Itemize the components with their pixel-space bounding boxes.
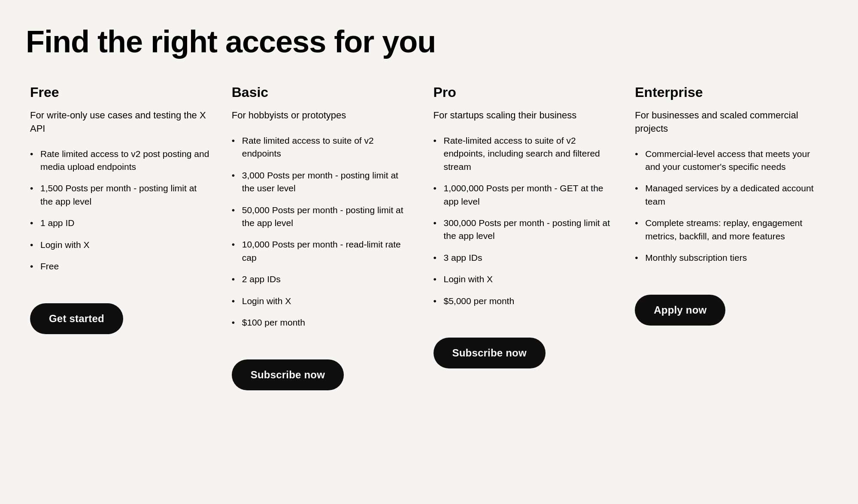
list-item: 1 app ID	[30, 217, 210, 229]
plan-description-free: For write-only use cases and testing the…	[30, 109, 210, 136]
plan-features-enterprise: Commercial-level access that meets your …	[635, 148, 815, 273]
plan-column-free: FreeFor write-only use cases and testing…	[26, 84, 227, 351]
list-item: Rate-limited access to suite of v2 endpo…	[434, 134, 614, 173]
plan-name-basic: Basic	[232, 84, 412, 100]
plan-name-free: Free	[30, 84, 210, 100]
list-item: 300,000 Posts per month - posting limit …	[434, 217, 614, 243]
plan-features-pro: Rate-limited access to suite of v2 endpo…	[434, 134, 614, 316]
plan-features-basic: Rate limited access to suite of v2 endpo…	[232, 134, 412, 338]
plan-column-enterprise: EnterpriseFor businesses and scaled comm…	[631, 84, 832, 343]
plan-description-pro: For startups scaling their business	[434, 109, 614, 122]
list-item: 3,000 Posts per month - posting limit at…	[232, 169, 412, 195]
list-item: $5,000 per month	[434, 295, 614, 308]
plan-cta-wrapper-free: Get started	[30, 299, 210, 334]
plan-cta-wrapper-basic: Subscribe now	[232, 355, 412, 390]
list-item: Login with X	[434, 273, 614, 286]
plan-cta-button-enterprise[interactable]: Apply now	[635, 295, 725, 326]
plan-cta-button-free[interactable]: Get started	[30, 303, 123, 334]
plan-cta-button-pro[interactable]: Subscribe now	[434, 338, 546, 368]
plan-cta-button-basic[interactable]: Subscribe now	[232, 359, 344, 390]
list-item: Rate limited access to suite of v2 endpo…	[232, 134, 412, 160]
plan-cta-wrapper-pro: Subscribe now	[434, 333, 614, 368]
plan-name-pro: Pro	[434, 84, 614, 100]
list-item: Commercial-level access that meets your …	[635, 148, 815, 174]
plan-name-enterprise: Enterprise	[635, 84, 815, 100]
list-item: Managed services by a dedicated account …	[635, 182, 815, 208]
plan-column-basic: BasicFor hobbyists or prototypesRate lim…	[227, 84, 429, 407]
list-item: Rate limited access to v2 post posting a…	[30, 148, 210, 174]
plan-column-pro: ProFor startups scaling their businessRa…	[429, 84, 631, 386]
list-item: 2 app IDs	[232, 273, 412, 286]
list-item: 10,000 Posts per month - read-limit rate…	[232, 238, 412, 264]
page-title: Find the right access for you	[26, 26, 832, 58]
list-item: $100 per month	[232, 316, 412, 329]
list-item: 3 app IDs	[434, 251, 614, 264]
plan-features-free: Rate limited access to v2 post posting a…	[30, 148, 210, 282]
list-item: Complete streams: replay, engagement met…	[635, 217, 815, 243]
list-item: 1,000,000 Posts per month - GET at the a…	[434, 182, 614, 208]
list-item: Login with X	[232, 295, 412, 308]
list-item: Monthly subscription tiers	[635, 251, 815, 264]
plan-cta-wrapper-enterprise: Apply now	[635, 290, 815, 326]
list-item: Login with X	[30, 238, 210, 251]
list-item: Free	[30, 260, 210, 273]
plans-grid: FreeFor write-only use cases and testing…	[26, 84, 832, 407]
plan-description-basic: For hobbyists or prototypes	[232, 109, 412, 122]
list-item: 50,000 Posts per month - posting limit a…	[232, 204, 412, 230]
list-item: 1,500 Posts per month - posting limit at…	[30, 182, 210, 208]
plan-description-enterprise: For businesses and scaled commercial pro…	[635, 109, 815, 136]
